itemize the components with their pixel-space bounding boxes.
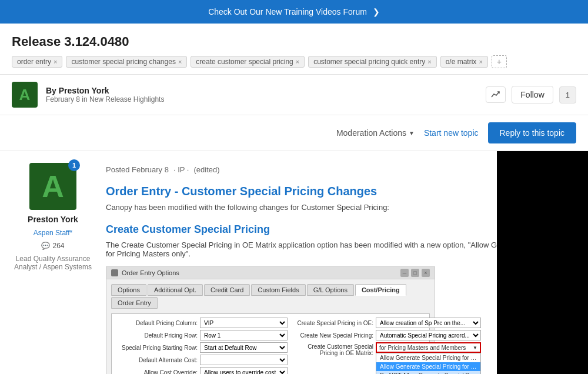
tag-remove-oe[interactable]: × bbox=[479, 58, 482, 65]
tag-order-entry[interactable]: order entry × bbox=[12, 56, 62, 68]
tag-remove-cspqe[interactable]: × bbox=[427, 58, 431, 65]
tag-remove-create-csp[interactable]: × bbox=[296, 58, 299, 65]
tab-custom-fields[interactable]: Custom Fields bbox=[251, 284, 305, 296]
tab-credit-card[interactable]: Credit Card bbox=[204, 284, 250, 296]
moderation-arrow-icon: ▼ bbox=[409, 130, 415, 136]
dialog-icon bbox=[111, 269, 118, 276]
dropdown-option-masters-only[interactable]: Allow Generate Special Pricing for Prici… bbox=[376, 362, 480, 371]
tab-additional-opt[interactable]: Additional Opt. bbox=[148, 284, 203, 296]
tab-order-entry[interactable]: Order Entry bbox=[111, 297, 158, 309]
banner-text: Check Out Our New Training Videos Forum bbox=[208, 7, 367, 16]
tab-cost-pricing[interactable]: Cost/Pricing bbox=[355, 284, 406, 296]
dialog-split: Default Pricing Column: VIP Default Pric… bbox=[115, 318, 426, 374]
dropdown-option-masters-members[interactable]: Allow Generate Special Pricing for Prici… bbox=[376, 353, 480, 362]
maximize-button[interactable]: □ bbox=[411, 269, 419, 277]
follow-button[interactable]: Follow bbox=[512, 86, 553, 103]
tags-row: order entry × customer special pricing c… bbox=[12, 55, 576, 68]
create-new-special-pricing-select[interactable]: Automatic Special Pricing acrord... bbox=[376, 330, 481, 340]
create-csp-dropdown[interactable]: for Pricing Masters and Members ▼ bbox=[376, 342, 481, 353]
close-button[interactable]: × bbox=[422, 269, 430, 277]
dialog-content: Options Additional Opt. Credit Card Cust… bbox=[106, 279, 435, 374]
tag-oe-matrix[interactable]: o/e matrix × bbox=[440, 56, 488, 68]
dialog-tabs: Options Additional Opt. Credit Card Cust… bbox=[111, 284, 430, 309]
action-bar: Moderation Actions ▼ Start new topic Rep… bbox=[0, 115, 588, 151]
follow-count: 1 bbox=[559, 86, 576, 103]
default-pricing-row-select[interactable]: Row 1 bbox=[200, 330, 288, 340]
tag-remove-order-entry[interactable]: × bbox=[54, 58, 57, 65]
dialog-row-default-pricing-col: Default Pricing Column: VIP bbox=[115, 318, 288, 328]
tag-customer-special-pricing-quick-entry[interactable]: customer special pricing quick entry × bbox=[308, 56, 437, 68]
create-csp-dropdown-wrapper: for Pricing Masters and Members ▼ Allow … bbox=[376, 342, 481, 353]
stats-icon[interactable] bbox=[486, 86, 506, 103]
post-avatar: A 1 bbox=[29, 163, 76, 210]
dialog-left-col: Default Pricing Column: VIP Default Pric… bbox=[115, 318, 288, 374]
post-edited: (edited) bbox=[193, 165, 219, 174]
dialog-row-create-special-pricing-oe: Create Special Pricing in OE: Allow crea… bbox=[291, 318, 481, 328]
page-header: Release 3.124.0480 order entry × custome… bbox=[0, 24, 588, 75]
create-csp-dropdown-menu: Allow Generate Special Pricing for Prici… bbox=[376, 353, 481, 374]
tab-gl-options[interactable]: G/L Options bbox=[307, 284, 354, 296]
dialog-row-default-pricing-row: Default Pricing Row: Row 1 bbox=[115, 330, 288, 340]
dialog-row-create-new-special-pricing: Create New Special Pricing: Automatic Sp… bbox=[291, 330, 481, 340]
top-banner[interactable]: Check Out Our New Training Videos Forum … bbox=[0, 0, 588, 24]
avatar-badge: 1 bbox=[68, 159, 80, 171]
default-pricing-column-select[interactable]: VIP bbox=[200, 318, 288, 328]
banner-chevron: ❯ bbox=[373, 7, 380, 16]
post-user-stats: 💬 264 bbox=[41, 242, 64, 250]
start-new-topic-button[interactable]: Start new topic bbox=[424, 128, 479, 138]
black-overlay bbox=[497, 151, 588, 374]
author-info: By Preston York February 8 in New Releas… bbox=[46, 86, 164, 103]
author-bar-right: Follow 1 bbox=[486, 86, 576, 103]
dialog-controls: ─ □ × bbox=[400, 269, 430, 277]
author-avatar-small: A bbox=[12, 82, 38, 108]
author-bar: A By Preston York February 8 in New Rele… bbox=[0, 75, 588, 115]
allow-cost-override-select[interactable]: Allow users to override cost bbox=[200, 367, 288, 374]
post-user-title: Lead Quality Assurance Analyst / Aspen S… bbox=[12, 255, 94, 271]
dialog-right-col: Create Special Pricing in OE: Allow crea… bbox=[291, 318, 481, 374]
dialog-screenshot: Order Entry Options ─ □ × Options Additi… bbox=[106, 266, 435, 374]
dialog-body: Default Pricing Column: VIP Default Pric… bbox=[111, 313, 430, 374]
author-meta: February 8 in New Release Highlights bbox=[46, 95, 164, 103]
tag-remove-customer-spc[interactable]: × bbox=[178, 58, 182, 65]
post-sidebar: A 1 Preston York Aspen Staff* 💬 264 Lead… bbox=[12, 163, 94, 374]
reply-button[interactable]: Reply to this topic bbox=[488, 122, 577, 143]
author-name: By Preston York bbox=[46, 86, 164, 95]
dialog-row-default-alt-cost: Default Alternate Cost: bbox=[115, 355, 288, 365]
tag-create-customer-special-pricing[interactable]: create customer special pricing × bbox=[191, 56, 305, 68]
tag-add-button[interactable]: + bbox=[492, 55, 507, 68]
dialog-titlebar: Order Entry Options ─ □ × bbox=[106, 267, 435, 279]
post-ip: · IP · bbox=[173, 165, 189, 174]
post-date: Posted February 8 bbox=[106, 165, 169, 174]
special-pricing-starting-row-select[interactable]: Start at Default Row bbox=[200, 342, 288, 353]
speech-bubble-icon: 💬 bbox=[41, 242, 50, 250]
post-username[interactable]: Preston York bbox=[28, 215, 78, 224]
post-user-role: Aspen Staff* bbox=[34, 229, 73, 237]
tab-options[interactable]: Options bbox=[111, 284, 146, 296]
default-alt-cost-select[interactable] bbox=[200, 355, 288, 365]
dropdown-option-do-not-allow[interactable]: Do NOT Allow Generate Special Pricing fo… bbox=[376, 371, 480, 374]
post-area: A 1 Preston York Aspen Staff* 💬 264 Lead… bbox=[0, 151, 588, 374]
dialog-row-allow-cost-override: Allow Cost Override: Allow users to over… bbox=[115, 367, 288, 374]
dialog-title: Order Entry Options bbox=[122, 269, 179, 276]
tag-customer-special-pricing-changes[interactable]: customer special pricing changes × bbox=[66, 56, 187, 68]
action-bar-left: Moderation Actions ▼ Start new topic Rep… bbox=[336, 122, 576, 143]
dialog-row-spc-starting-row: Special Pricing Starting Row: Start at D… bbox=[115, 342, 288, 353]
minimize-button[interactable]: ─ bbox=[400, 269, 409, 277]
moderation-actions-button[interactable]: Moderation Actions ▼ bbox=[336, 128, 415, 138]
dialog-row-create-csp-oe-matrix: Create Customer Special Pricing in OE Ma… bbox=[291, 342, 481, 356]
post-content: Posted February 8 · IP · (edited) ••• Or… bbox=[94, 163, 576, 374]
create-special-pricing-oe-select[interactable]: Allow creation of Sp Prc on the... bbox=[376, 318, 481, 328]
page-title: Release 3.124.0480 bbox=[12, 34, 576, 49]
